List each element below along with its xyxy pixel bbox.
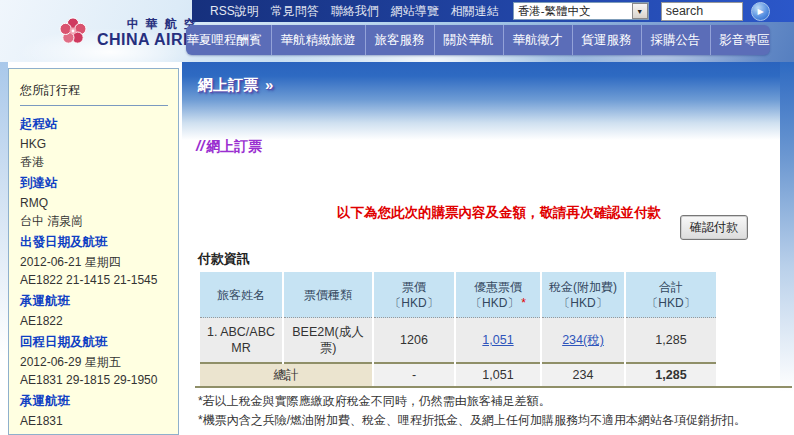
notice-row: 以下為您此次的購票內容及金額，敬請再次確認並付款 確認付款 xyxy=(182,204,780,240)
language-select[interactable]: 香港-繁體中文 ▼ xyxy=(513,2,649,20)
breadcrumb-arrow-icon: » xyxy=(265,76,273,93)
title-slashes: // xyxy=(196,137,204,154)
page-title-text: 網上訂票 xyxy=(206,138,262,154)
nav-item-careers[interactable]: 華航徵才 xyxy=(503,25,572,55)
sidebar-value: 2012-06-29 星期五 xyxy=(20,353,168,371)
col-discount-fare: 優惠票價 〔HKD〕* xyxy=(456,272,540,318)
header-line: 〔HKD〕 xyxy=(376,295,452,311)
sidebar-label-operating-flight-return: 承運航班 xyxy=(20,391,168,412)
main-panel: 網上訂票» //網上訂票 以下為您此次的購票內容及金額，敬請再次確認並付款 確認… xyxy=(182,62,794,435)
sidebar-value: AE1822 21-1415 21-1545 xyxy=(20,271,168,289)
sidebar-label-departure: 出發日期及航班 xyxy=(20,232,168,253)
sidebar-value: HKG xyxy=(20,135,168,153)
page-title: //網上訂票 xyxy=(196,137,780,156)
asterisk: * xyxy=(521,296,526,310)
col-fare: 票價 〔HKD〕 xyxy=(374,272,454,318)
nav-item-about[interactable]: 關於華航 xyxy=(434,25,503,55)
total-label: 總計 xyxy=(200,364,372,386)
main-flow: 網上訂票» //網上訂票 以下為您此次的購票內容及金額，敬請再次確認並付款 確認… xyxy=(182,62,780,430)
footnote-surcharge: *機票內含之兵險/燃油附加費、稅金、哩程折抵金、及網上任何加購服務均不適用本網站… xyxy=(198,411,780,430)
cell-fare-type: BEE2M(成人票) xyxy=(284,318,372,364)
header-line: 旅客姓名 xyxy=(202,287,280,303)
utility-topbar: RSS說明 常見問答 聯絡我們 網站導覽 相關連結 香港-繁體中文 ▼ ▶ xyxy=(192,0,794,22)
sidebar-value: 2012-06-21 星期四 xyxy=(20,253,168,271)
header-sky: RSS說明 常見問答 聯絡我們 網站導覽 相關連結 香港-繁體中文 ▼ ▶ xyxy=(0,0,794,62)
breadcrumb-label: 網上訂票 xyxy=(198,76,258,93)
header-line: 合計 xyxy=(628,279,714,295)
sidebar-label-return: 回程日期及航班 xyxy=(20,332,168,353)
sidebar-value: AE1831 29-1815 29-1950 xyxy=(20,371,168,389)
cell-fare: 1206 xyxy=(374,318,454,364)
toplink-related[interactable]: 相關連結 xyxy=(451,3,499,20)
footnotes: *若以上稅金與實際應繳政府稅金不同時，仍然需由旅客補足差額。 *機票內含之兵險/… xyxy=(198,392,780,430)
toplink-sitemap[interactable]: 網站導覽 xyxy=(391,3,439,20)
sidebar-value: AE1822 xyxy=(20,312,168,330)
nav-item-passenger-service[interactable]: 旅客服務 xyxy=(365,25,434,55)
nav-item-travel[interactable]: 華航精緻旅遊 xyxy=(271,25,365,55)
sidebar-value: 香港 xyxy=(20,153,168,171)
header-line: 票價種類 xyxy=(286,287,370,303)
col-fare-type: 票價種類 xyxy=(284,272,372,318)
total-fare: - xyxy=(374,364,454,386)
sidebar-divider xyxy=(20,105,168,106)
cell-tax: 234(稅) xyxy=(542,318,624,364)
header-line-text: 〔HKD〕 xyxy=(470,296,519,310)
payment-table: 旅客姓名 票價種類 票價 〔HKD〕 優惠票價 〔HKD〕* xyxy=(198,272,718,386)
sidebar-label-operating-flight-out: 承運航班 xyxy=(20,291,168,312)
main-nav: 華夏哩程酬賓 華航精緻旅遊 旅客服務 關於華航 華航徵才 貨運服務 採購公告 影… xyxy=(186,25,770,55)
nav-item-procurement[interactable]: 採購公告 xyxy=(641,25,710,55)
chevron-down-icon[interactable]: ▼ xyxy=(632,3,648,19)
language-select-value: 香港-繁體中文 xyxy=(514,4,632,19)
plum-blossom-icon xyxy=(55,13,91,53)
table-row: 1. ABC/ABC MR BEE2M(成人票) 1206 1,051 234(… xyxy=(200,318,716,364)
footnote-tax: *若以上稅金與實際應繳政府稅金不同時，仍然需由旅客補足差額。 xyxy=(198,392,780,411)
left-gradient-strip xyxy=(0,62,8,372)
total-tax: 234 xyxy=(542,364,624,386)
nav-item-media[interactable]: 影音專區 xyxy=(710,25,779,55)
total-grand: 1,285 xyxy=(626,364,716,386)
header-line: 〔HKD〕 xyxy=(628,295,714,311)
page: RSS說明 常見問答 聯絡我們 網站導覽 相關連結 香港-繁體中文 ▼ ▶ xyxy=(0,0,794,435)
table-header-row: 旅客姓名 票價種類 票價 〔HKD〕 優惠票價 〔HKD〕* xyxy=(200,272,716,318)
toplink-faq[interactable]: 常見問答 xyxy=(271,3,319,20)
header-line: 票價 xyxy=(376,279,452,295)
sidebar-label-destination: 到達站 xyxy=(20,173,168,194)
search-go-button[interactable]: ▶ xyxy=(751,2,770,21)
sidebar-value: 台中 清泉崗 xyxy=(20,212,168,230)
itinerary-sidebar: 您所訂行程 起程站 HKG 香港 到達站 RMQ 台中 清泉崗 出發日期及航班 … xyxy=(8,68,179,435)
confirm-payment-button[interactable]: 確認付款 xyxy=(680,215,748,240)
sidebar-value: RMQ xyxy=(20,194,168,212)
sidebar-value: AE1831 xyxy=(20,412,168,430)
header-line: 〔HKD〕* xyxy=(458,295,538,311)
cell-passenger: 1. ABC/ABC MR xyxy=(200,318,282,364)
nav-item-mileage[interactable]: 華夏哩程酬賓 xyxy=(178,25,271,55)
payment-info-heading: 付款資訊 xyxy=(198,250,780,268)
horizontal-rule xyxy=(195,386,792,388)
discount-fare-link[interactable]: 1,051 xyxy=(482,333,513,347)
breadcrumb: 網上訂票» xyxy=(198,76,780,95)
header-line: 〔HKD〕 xyxy=(544,295,622,311)
right-gradient-strip xyxy=(780,62,794,392)
sidebar-label-origin: 起程站 xyxy=(20,114,168,135)
header-line: 稅金(附加費) xyxy=(544,279,622,295)
total-discount-fare: 1,051 xyxy=(456,364,540,386)
toplink-contact[interactable]: 聯絡我們 xyxy=(331,3,379,20)
col-tax: 稅金(附加費) 〔HKD〕 xyxy=(542,272,624,318)
nav-item-cargo[interactable]: 貨運服務 xyxy=(572,25,641,55)
header-line: 優惠票價 xyxy=(458,279,538,295)
cell-total: 1,285 xyxy=(626,318,716,364)
cell-discount-fare: 1,051 xyxy=(456,318,540,364)
payment-notice: 以下為您此次的購票內容及金額，敬請再次確認並付款 xyxy=(337,204,661,222)
tax-link[interactable]: 234(稅) xyxy=(562,333,604,347)
search-input[interactable] xyxy=(661,2,743,21)
table-total-row: 總計 - 1,051 234 1,285 xyxy=(200,364,716,386)
col-passenger-name: 旅客姓名 xyxy=(200,272,282,318)
sidebar-title: 您所訂行程 xyxy=(20,81,168,99)
col-total: 合計 〔HKD〕 xyxy=(626,272,716,318)
content-area: 您所訂行程 起程站 HKG 香港 到達站 RMQ 台中 清泉崗 出發日期及航班 … xyxy=(0,62,794,435)
